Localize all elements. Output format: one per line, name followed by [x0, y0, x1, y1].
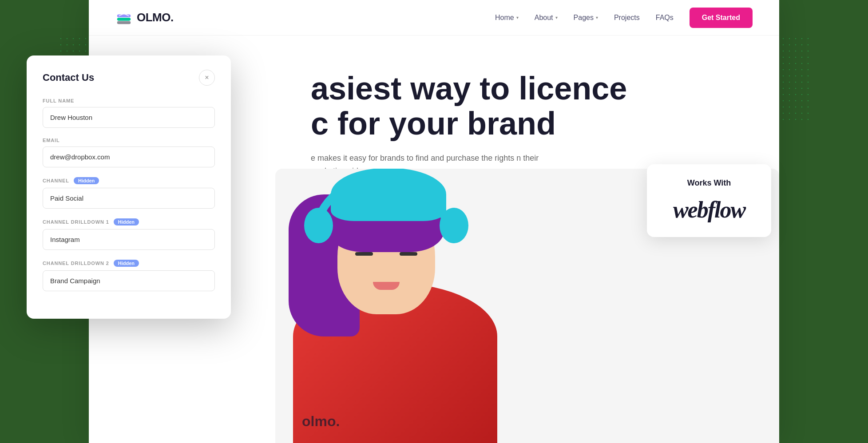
form-group-email: EMAIL: [43, 138, 215, 167]
eye-right: [400, 252, 417, 256]
channel-hidden-badge: Hidden: [74, 177, 99, 184]
hero-title: asiest way to licence c for your brand: [311, 71, 753, 141]
form-group-channel-drilldown-2: CHANNEL DRILLDOWN 2 Hidden: [43, 260, 215, 291]
label-email: EMAIL: [43, 138, 215, 143]
channel-drilldown-2-hidden-badge: Hidden: [114, 260, 139, 267]
svg-rect-0: [117, 18, 131, 21]
label-channel: CHANNEL Hidden: [43, 177, 215, 184]
get-started-button[interactable]: Get Started: [690, 8, 753, 28]
eye-left: [355, 252, 373, 256]
label-full-name: FULL NAME: [43, 98, 215, 103]
nav-home-arrow: ▾: [516, 15, 519, 20]
headphone-left-cup: [304, 208, 333, 243]
form-group-channel-drilldown-1: CHANNEL DRILLDOWN 1 Hidden: [43, 218, 215, 250]
input-email[interactable]: [43, 146, 215, 167]
label-channel-drilldown-1: CHANNEL DRILLDOWN 1 Hidden: [43, 218, 215, 225]
contact-modal: Contact Us × FULL NAME EMAIL CHANNEL Hid…: [27, 55, 231, 319]
svg-rect-2: [117, 21, 131, 24]
modal-close-button[interactable]: ×: [199, 70, 215, 86]
works-with-title: Works With: [668, 178, 750, 188]
nav-pages-arrow: ▾: [596, 15, 598, 20]
nav-links: Home ▾ About ▾ Pages ▾ Projects FAQs Get…: [495, 8, 753, 28]
input-full-name[interactable]: [43, 107, 215, 128]
input-channel[interactable]: [43, 188, 215, 209]
lips: [373, 282, 400, 290]
nav-about-arrow: ▾: [555, 15, 558, 20]
form-group-full-name: FULL NAME: [43, 98, 215, 128]
nav-projects[interactable]: Projects: [614, 14, 640, 22]
person-illustration: [293, 212, 497, 443]
hero-logo-watermark: olmo.: [302, 413, 340, 430]
works-with-widget: Works With webflow: [647, 164, 771, 237]
nav-faqs[interactable]: FAQs: [656, 14, 674, 22]
logo-icon: [115, 9, 132, 26]
nav-pages[interactable]: Pages ▾: [574, 14, 598, 22]
nav-home[interactable]: Home ▾: [495, 14, 519, 22]
form-group-channel: CHANNEL Hidden: [43, 177, 215, 209]
input-channel-drilldown-1[interactable]: [43, 229, 215, 250]
label-channel-drilldown-2: CHANNEL DRILLDOWN 2 Hidden: [43, 260, 215, 267]
logo[interactable]: OLMO.: [115, 9, 174, 26]
nav-about[interactable]: About ▾: [535, 14, 558, 22]
channel-drilldown-1-hidden-badge: Hidden: [114, 218, 139, 225]
webflow-logo-text: webflow: [668, 197, 750, 223]
navbar: OLMO. Home ▾ About ▾ Pages ▾ Projects FA…: [89, 0, 779, 36]
modal-header: Contact Us ×: [43, 70, 215, 86]
logo-text: OLMO.: [137, 11, 174, 24]
modal-title: Contact Us: [43, 72, 94, 83]
input-channel-drilldown-2[interactable]: [43, 270, 215, 291]
headphone-right-cup: [440, 208, 468, 243]
